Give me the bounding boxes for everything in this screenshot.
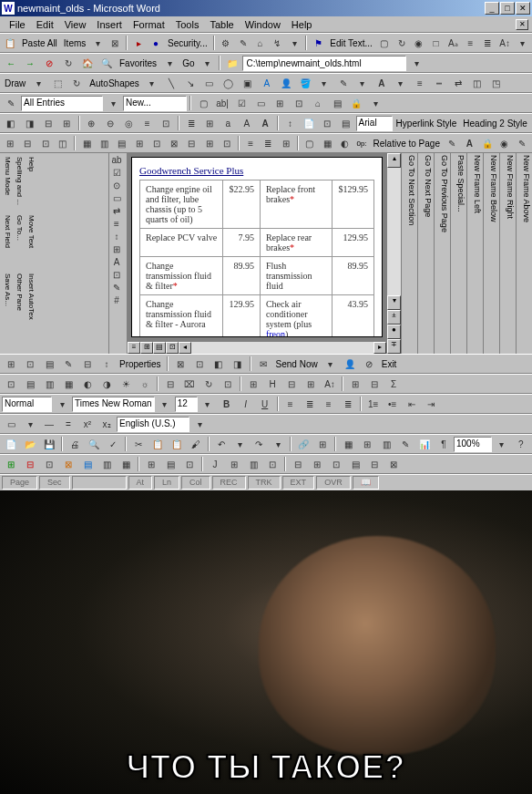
security-label[interactable]: Security... [165, 38, 210, 48]
form-textbox-icon[interactable]: ab| [213, 95, 231, 111]
tool-icon[interactable]: ⊡ [2, 376, 20, 392]
tool-icon[interactable]: □ [428, 35, 445, 51]
tool-icon[interactable]: ⊟ [365, 376, 384, 392]
tool-icon[interactable]: ⊞ [225, 456, 243, 472]
next-page-icon[interactable]: ∓ [387, 339, 401, 354]
tool-icon[interactable]: ✎ [514, 135, 530, 151]
map-icon[interactable]: 📊 [415, 436, 434, 452]
dropdown-icon[interactable]: ▾ [190, 416, 209, 432]
draw-label[interactable]: Draw [2, 78, 28, 88]
back-icon[interactable]: ← [2, 55, 20, 71]
tool-icon[interactable]: ⊞ [308, 456, 326, 472]
new-combo-button[interactable]: New... [123, 96, 187, 111]
send-now-label[interactable]: Send Now [273, 359, 321, 369]
tool-icon[interactable]: ⊠ [166, 135, 182, 151]
tool-icon[interactable]: ⊡ [40, 456, 58, 472]
tool-icon[interactable]: ▭ [2, 416, 20, 432]
numbering-icon[interactable]: 1≡ [364, 396, 383, 412]
tool-icon[interactable]: ✎ [2, 95, 20, 111]
rotate-icon[interactable]: ↻ [67, 75, 86, 91]
tool-icon[interactable]: ☀ [117, 376, 135, 392]
horizontal-scrollbar[interactable]: ≡ ⊞ ▤ ⊡ ◂ ▸ [128, 341, 386, 354]
copy-icon[interactable]: 📋 [148, 436, 167, 452]
record-icon[interactable]: ● [148, 35, 164, 51]
side-go-next-page[interactable]: Go To Next Page [417, 153, 434, 354]
view-web-icon[interactable]: ⊞ [140, 342, 153, 354]
home-icon[interactable]: 🏠 [78, 55, 97, 71]
style-combo[interactable]: Normal [2, 397, 52, 412]
menu-view[interactable]: View [59, 17, 92, 32]
tool-icon[interactable]: Aₐ [445, 35, 461, 51]
align-left-icon[interactable]: ≡ [281, 396, 300, 412]
textbox-icon[interactable]: ▣ [239, 75, 257, 91]
tool-icon[interactable]: ⊞ [57, 115, 75, 131]
tool-icon[interactable]: ✎ [235, 35, 251, 51]
tab-next-field[interactable]: Next Field [4, 215, 12, 270]
tool-icon[interactable]: ◧ [2, 115, 19, 131]
address-field[interactable] [242, 56, 406, 71]
tool-icon[interactable]: ✎ [444, 135, 460, 151]
tool-icon[interactable]: ⊡ [21, 356, 39, 372]
paste-icon[interactable]: 📋 [168, 436, 186, 452]
tool-icon[interactable]: ◉ [411, 35, 427, 51]
tool-icon[interactable]: ⊞ [2, 135, 18, 151]
tool-icon[interactable]: ↯ [269, 35, 285, 51]
exit-label[interactable]: Exit [379, 359, 400, 369]
justify-icon[interactable]: ≣ [339, 396, 357, 412]
side-new-frame-below[interactable]: New Frame Below [483, 153, 499, 354]
tool-icon[interactable]: ◨ [20, 115, 37, 131]
side-paste-special[interactable]: Paste Special... [450, 153, 466, 354]
tool-icon[interactable]: ▤ [328, 95, 346, 111]
tool-icon[interactable]: ⌧ [180, 376, 199, 392]
tool-icon[interactable]: ⊡ [319, 115, 336, 131]
scroll-left-icon[interactable]: ◂ [179, 342, 191, 354]
tool-icon[interactable]: ⊞ [271, 95, 289, 111]
palette-icon[interactable]: ⊡ [109, 268, 124, 281]
tool-icon[interactable]: ◉ [496, 135, 513, 151]
save-icon[interactable]: 💾 [40, 436, 58, 452]
dropdown-icon[interactable]: ▾ [29, 75, 47, 91]
tab-save-as[interactable]: Save As... [4, 273, 12, 328]
dropdown-icon[interactable]: ▾ [407, 55, 425, 71]
palette-icon[interactable]: A [109, 255, 124, 268]
status-rec[interactable]: REC [212, 476, 246, 490]
vertical-scrollbar[interactable]: ▴ ▾ ± ● ∓ [386, 153, 401, 354]
tab-goto[interactable]: Go To... [15, 215, 24, 270]
edit-text-label[interactable]: Edit Text... [327, 38, 375, 48]
align-right-icon[interactable]: ≡ [320, 396, 338, 412]
tool-icon[interactable]: ⊞ [2, 456, 20, 472]
search-icon[interactable]: 🔍 [97, 55, 116, 71]
tool-icon[interactable]: A↕ [496, 35, 513, 51]
tool-icon[interactable]: A [461, 135, 477, 151]
tool-icon[interactable]: ▤ [113, 135, 129, 151]
tool-icon[interactable]: ↻ [394, 35, 410, 51]
tool-icon[interactable]: ⊡ [290, 95, 308, 111]
dropdown-icon[interactable]: ▾ [89, 35, 106, 51]
menu-tools[interactable]: Tools [170, 17, 205, 32]
tab-insert-autotext[interactable]: Insert AutoTex [27, 273, 36, 328]
flag-icon[interactable]: ⚑ [310, 35, 326, 51]
tool-icon[interactable]: ▾ [514, 35, 530, 51]
tool-icon[interactable]: ⊞ [131, 135, 148, 151]
tool-icon[interactable]: ▤ [337, 115, 354, 131]
tool-icon[interactable]: ≡ [138, 115, 156, 131]
tool-icon[interactable]: ▾ [366, 95, 384, 111]
rect-icon[interactable]: ▭ [200, 75, 219, 91]
view-print-icon[interactable]: ▤ [153, 342, 166, 354]
tool-icon[interactable]: ⊡ [148, 135, 165, 151]
shadow-icon[interactable]: ◫ [468, 75, 486, 91]
tool-icon[interactable]: ⊟ [21, 456, 39, 472]
mail-icon[interactable]: ✉ [254, 356, 272, 372]
tool-icon[interactable]: ▥ [97, 456, 116, 472]
tool-icon[interactable]: ▢ [302, 135, 318, 151]
palette-icon[interactable]: ⊙ [109, 179, 124, 191]
tool-icon[interactable]: J [206, 456, 224, 472]
select-icon[interactable]: ⬚ [48, 75, 66, 91]
tables-icon[interactable]: ⊞ [313, 436, 332, 452]
line-color-icon[interactable]: ✎ [334, 75, 353, 91]
tool-icon[interactable]: ⊞ [2, 356, 20, 372]
tool-icon[interactable]: ▥ [40, 376, 58, 392]
tool-icon[interactable]: ⊟ [161, 376, 179, 392]
tool-icon[interactable]: ▤ [21, 376, 39, 392]
language-combo[interactable]: English (U.S.) [117, 417, 189, 432]
